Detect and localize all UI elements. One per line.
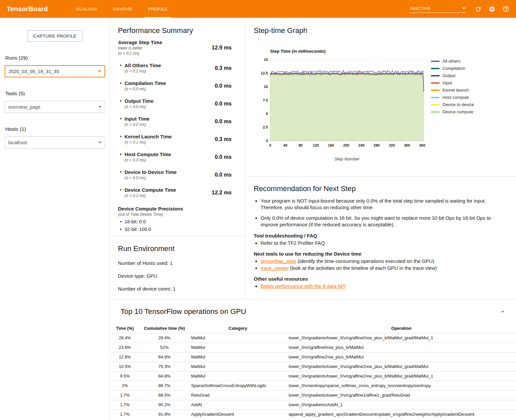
time-cell: 1.7% [110, 390, 140, 400]
legend-label: Device to device [443, 102, 474, 107]
nav-tabs: SCALARS GRAPHS PROFILE [68, 0, 175, 18]
metric-value: 0.0 ms [215, 154, 232, 160]
column-header-time: Time (%) [110, 324, 140, 333]
performance-summary-title: Performance Summary [118, 26, 232, 35]
metric-sigma: (σ = 0.1 ms) [125, 140, 172, 145]
operation-cell: tower_0/v/cg/affine2/xw_plus_b/MatMul [287, 352, 516, 362]
tool-link-description: (identify the time-consuming operations … [296, 258, 434, 264]
table-row: 1.7%88.5%ReluGradtower_0/v/gradients/tow… [110, 390, 516, 400]
tab-profile[interactable]: PROFILE [140, 0, 175, 18]
svg-text:40: 40 [283, 143, 287, 147]
svg-text:360: 360 [404, 143, 410, 147]
svg-text:7.5: 7.5 [263, 98, 268, 102]
metric-label: Host Compute Time [125, 152, 171, 157]
legend-swatch [431, 82, 440, 84]
legend-item: Input [431, 80, 474, 85]
tab-graphs[interactable]: GRAPHS [105, 0, 140, 18]
chart-title: Step Time (in milliseconds) [270, 49, 427, 54]
operation-cell: tower_0/v/gradients/tower_0/v/cg/affine0… [287, 333, 516, 343]
svg-text:120: 120 [313, 143, 319, 147]
precisions-list: 16-bit: 0.0 32-bit: 100.0 [118, 219, 232, 232]
tfdata-performance-link[interactable]: Better performance with the tf.data API [261, 283, 346, 289]
run-environment-section: Run Environment Number of Hosts used: 1 … [110, 237, 245, 292]
top-ops-title: Top 10 TensorFlow operations on GPU [121, 307, 246, 316]
svg-text:160: 160 [328, 143, 334, 147]
metric-value: 0.0 ms [215, 172, 232, 178]
left-column: Performance Summary Average Step Time lo… [110, 18, 245, 299]
svg-text:200: 200 [343, 143, 349, 147]
collapse-chevron-icon[interactable] [499, 308, 507, 316]
metric-sigma: (σ = 0.2 ms) [125, 193, 176, 198]
settings-gear-icon[interactable] [488, 5, 496, 13]
top-ops-section: Top 10 TensorFlow operations on GPU Time… [110, 299, 516, 420]
legend-label: All others [443, 59, 460, 64]
faq-heading: Tool troubleshooting / FAQ [254, 233, 503, 238]
metric-sigma: (σ = 0.0 ms) [125, 104, 154, 109]
precisions-subtitle: (out of Total Device Time) [118, 212, 232, 217]
time-cell: 28.4% [110, 333, 140, 343]
sidebar: CAPTURE PROFILE Runs (29) 2020_03_05_18_… [0, 18, 110, 420]
metric-value: 0.3 ms [215, 136, 232, 142]
cumulative-cell: 28.4% [140, 333, 189, 343]
runs-dropdown[interactable]: 2020_03_05_18_31_35 [5, 65, 105, 77]
operation-cell: tower_0/v/xentropy/sparse_softmax_cross_… [287, 381, 516, 390]
step-time-chart: 02.557.51012.515040801201602002402803203… [256, 56, 427, 154]
resources-list: Better performance with the tf.data API [254, 283, 503, 289]
category-cell: AddN [189, 400, 287, 409]
run-environment-line: Number of device cores: 1 [118, 286, 237, 292]
svg-text:12.5: 12.5 [261, 71, 268, 75]
time-cell: 10.5% [110, 362, 140, 371]
metric-value: 12.2 ms [212, 189, 232, 196]
metric-value: 0.0 ms [215, 100, 232, 107]
svg-text:240: 240 [358, 143, 364, 147]
capture-profile-button[interactable]: CAPTURE PROFILE [28, 30, 82, 42]
hosts-dropdown[interactable]: localhost [5, 136, 105, 149]
metric-sigma: (σ = 0.0 ms) [125, 176, 177, 180]
hosts-dropdown-value: localhost [8, 140, 27, 145]
metric-label: Kernel Launch Time [125, 134, 172, 139]
right-column: Step-time Graph Step Time (in millisecon… [245, 18, 516, 299]
metric-label: Average Step Time [118, 40, 162, 45]
metric-label: All Others Time [125, 63, 161, 68]
metric-value: 0.3 ms [215, 65, 232, 71]
metric-row: Device to Device Time (σ = 0.0 ms) 0.0 m… [118, 169, 232, 180]
category-cell: MatMul [189, 362, 287, 371]
resource-link-item: Better performance with the tf.data API [261, 283, 503, 289]
legend-swatch [431, 90, 440, 91]
time-cell: 1.7% [110, 400, 140, 409]
table-row: 9.5%84.8%MatMultower_0/v/gradients/tower… [110, 371, 516, 381]
operation-cell: tower_0/v/gradients/tower_0/v/cg/affine2… [287, 362, 516, 371]
metric-value: 0.0 ms [215, 83, 232, 89]
resources-heading: Other useful resources [254, 276, 503, 282]
metric-label: Input Time [125, 116, 150, 122]
tools-dropdown[interactable]: overview_page [5, 101, 105, 113]
trace-viewer-link[interactable]: trace_viewer [261, 265, 289, 271]
tensorflow-stats-link[interactable]: tensorflow_stats [261, 258, 296, 264]
next-tools-list: tensorflow_stats (identify the time-cons… [254, 258, 503, 271]
metric-note: lower is better [118, 46, 162, 50]
table-row: 12.8%64.8%MatMultower_0/v/cg/affine2/xw_… [110, 352, 516, 362]
legend-label: Compilation [443, 66, 465, 71]
metric-row: Input Time (σ = 0.0 ms) 0.0 ms [118, 116, 232, 127]
tab-scalars[interactable]: SCALARS [68, 0, 105, 18]
main-content: Performance Summary Average Step Time lo… [110, 18, 516, 420]
faq-item: Refer to the TF2 Profiler FAQ [261, 240, 503, 246]
tool-link-item: trace_viewer (look at the activities on … [261, 265, 503, 271]
metric-sigma: (σ = 0.0 ms) [125, 122, 150, 127]
help-icon[interactable] [502, 5, 510, 13]
chevron-down-icon [98, 70, 101, 72]
time-cell: 12.8% [110, 352, 140, 362]
tool-link-description: (look at the activities on the timeline … [289, 265, 437, 271]
metric-label: Device Compute Time [125, 187, 176, 193]
svg-text:0: 0 [269, 143, 271, 147]
legend-item: Kernel launch [431, 88, 474, 93]
performance-summary-section: Performance Summary Average Step Time lo… [110, 18, 245, 237]
legend-label: Input [443, 80, 452, 85]
recommendation-bullets: Your program is NOT input-bound because … [254, 198, 503, 228]
status-dropdown[interactable]: INACTIVE [409, 5, 466, 13]
refresh-icon[interactable] [474, 5, 482, 13]
run-environment-line: Number of Hosts used: 1 [118, 260, 237, 266]
column-header-category: Category [189, 324, 287, 333]
top-bar-actions: INACTIVE [409, 5, 510, 13]
table-row: 10.5%75.3%MatMultower_0/v/gradients/towe… [110, 362, 516, 371]
